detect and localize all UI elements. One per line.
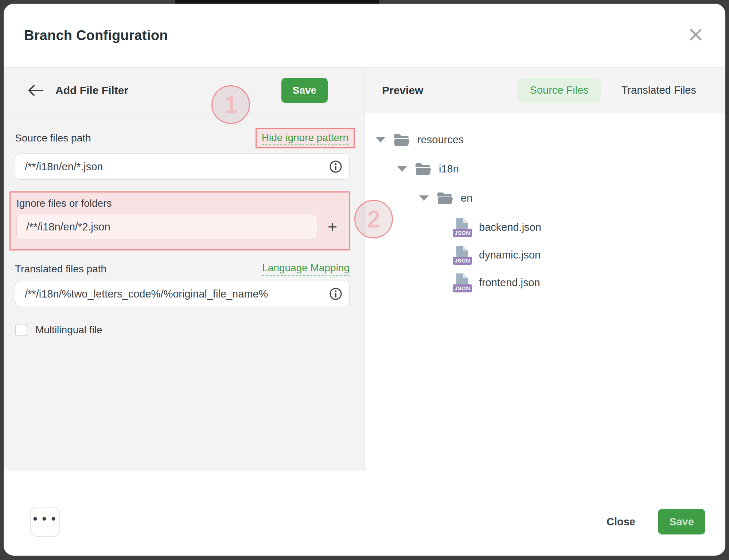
json-file-icon: JSON	[455, 273, 471, 292]
json-badge: JSON	[453, 284, 472, 292]
tree-file-dynamic[interactable]: JSON dynamic.json	[365, 245, 725, 265]
info-icon[interactable]	[329, 287, 342, 300]
json-file-icon: JSON	[455, 218, 471, 236]
ignore-pattern-highlight: Ignore files or folders +	[9, 191, 350, 250]
tree-folder-label: i18n	[439, 163, 459, 175]
close-button[interactable]: Close	[607, 516, 635, 528]
folder-icon	[437, 191, 453, 205]
backdrop-strip	[175, 0, 379, 4]
info-icon[interactable]	[329, 160, 342, 173]
close-icon[interactable]	[687, 26, 704, 43]
hide-ignore-pattern-highlight: Hide ignore pattern	[256, 128, 355, 148]
translated-files-path-label: Translated files path	[15, 263, 106, 275]
panel-title: Add File Filter	[55, 84, 128, 97]
json-badge: JSON	[453, 229, 472, 237]
source-files-path-input[interactable]	[15, 153, 350, 180]
tree-folder-label: resources	[417, 134, 464, 146]
language-mapping-link[interactable]: Language Mapping	[262, 262, 350, 276]
modal-title: Branch Configuration	[24, 28, 168, 43]
ignore-files-label: Ignore files or folders	[16, 198, 349, 209]
file-filter-form: Source files path Hide ignore pattern Ig…	[4, 113, 364, 336]
tree-folder-i18n[interactable]: i18n	[365, 159, 725, 179]
translated-files-path-input[interactable]	[15, 281, 350, 307]
ignore-pattern-input[interactable]	[16, 214, 317, 240]
file-filter-header: Add File Filter Save	[4, 67, 364, 113]
tree-folder-en[interactable]: en	[365, 188, 725, 208]
tree-folder-resources[interactable]: resources	[365, 129, 725, 150]
chevron-down-icon[interactable]	[376, 137, 385, 143]
multilingual-file-label: Multilingual file	[35, 324, 102, 336]
tab-translated-files[interactable]: Translated Files	[618, 78, 700, 103]
preview-header: Preview Source Files Translated Files	[365, 67, 725, 113]
back-arrow-icon[interactable]	[28, 82, 44, 98]
modal-header: Branch Configuration	[4, 4, 725, 67]
source-files-path-label: Source files path	[15, 132, 91, 144]
file-filter-panel: Add File Filter Save Source files path H…	[4, 67, 365, 471]
tree-file-label: backend.json	[479, 221, 541, 233]
tree-file-label: frontend.json	[479, 277, 540, 289]
more-options-button[interactable]: •••	[30, 507, 60, 537]
hide-ignore-pattern-link[interactable]: Hide ignore pattern	[262, 132, 348, 145]
save-filter-button[interactable]: Save	[281, 78, 328, 103]
modal-body: Add File Filter Save Source files path H…	[4, 67, 725, 471]
json-badge: JSON	[453, 257, 472, 265]
tree-file-frontend[interactable]: JSON frontend.json	[365, 272, 725, 293]
chevron-down-icon[interactable]	[397, 166, 407, 172]
preview-title: Preview	[382, 84, 423, 97]
folder-icon	[415, 162, 432, 176]
tree-file-backend[interactable]: JSON backend.json	[365, 217, 725, 237]
add-ignore-pattern-button[interactable]: +	[322, 217, 343, 237]
modal-footer: ••• Close Save	[4, 471, 725, 556]
branch-configuration-modal: Branch Configuration Add File Filter Sav…	[4, 4, 725, 556]
tree-file-label: dynamic.json	[479, 249, 541, 261]
save-button[interactable]: Save	[658, 509, 705, 534]
json-file-icon: JSON	[455, 246, 471, 264]
multilingual-file-checkbox[interactable]	[15, 324, 27, 336]
tab-source-files[interactable]: Source Files	[518, 78, 601, 103]
folder-icon	[393, 133, 410, 147]
file-tree: resources i18n en	[365, 113, 725, 300]
tree-folder-label: en	[461, 192, 472, 204]
preview-panel: Preview Source Files Translated Files re…	[365, 67, 725, 471]
chevron-down-icon[interactable]	[419, 195, 429, 201]
preview-tabs: Source Files Translated Files	[518, 78, 700, 103]
